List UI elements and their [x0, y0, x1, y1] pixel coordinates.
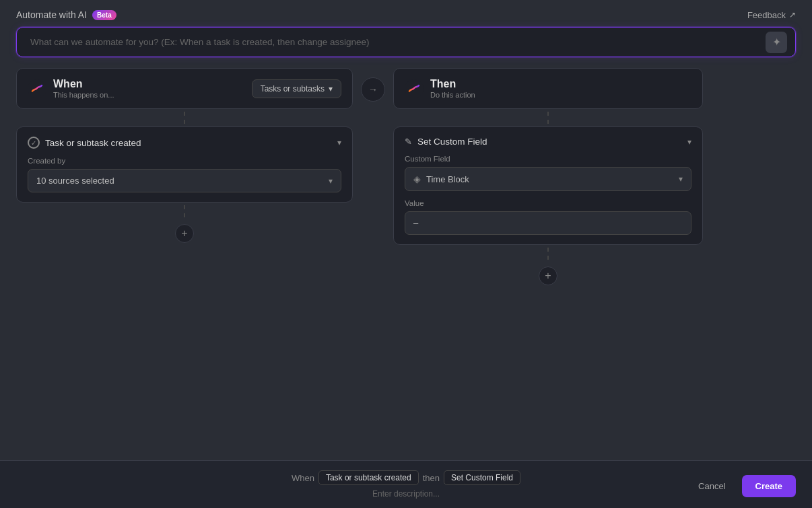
summary-trigger-tag[interactable]: Task or subtask created — [318, 470, 419, 485]
tasks-chevron-icon: ▾ — [329, 84, 333, 94]
then-panel-header-left: Then Do this action — [405, 78, 475, 99]
flow-row: When This happens on... Tasks or subtask… — [16, 68, 796, 289]
value-label: Value — [405, 199, 691, 207]
arrow-circle: → — [361, 77, 385, 102]
dotted-line-when-bottom — [16, 203, 353, 220]
app-title: Automate with AI — [16, 9, 87, 20]
summary-when-label: When — [292, 473, 314, 483]
when-add-button[interactable]: + — [175, 224, 194, 243]
trigger-chevron-icon[interactable]: ▾ — [337, 138, 341, 147]
tasks-dropdown[interactable]: Tasks or subtasks ▾ — [252, 79, 341, 98]
value-dash: – — [413, 218, 418, 228]
trigger-block-header: ✓ Task or subtask created ▾ — [28, 137, 341, 149]
when-title: When — [53, 78, 114, 90]
dotted-vertical-4 — [547, 248, 549, 260]
create-button[interactable]: Create — [742, 475, 796, 497]
dotted-line-then-bottom — [393, 245, 703, 262]
header-left: Automate with AI Beta — [16, 9, 116, 20]
summary-row: When Task or subtask created then Set Cu… — [292, 470, 520, 485]
header: Automate with AI Beta Feedback ↗ — [0, 0, 812, 27]
summary-then-label: then — [423, 473, 440, 483]
then-panel: Then Do this action ✎ Set Custom Field — [393, 68, 703, 289]
sources-text: 10 sources selected — [36, 176, 114, 186]
arrow-connector: → — [353, 68, 393, 102]
then-panel-header: Then Do this action — [393, 68, 703, 109]
then-title-group: Then Do this action — [430, 78, 475, 99]
dotted-vertical-3 — [547, 112, 549, 124]
action-block: ✎ Set Custom Field ▾ Custom Field ◈ Time… — [393, 126, 703, 245]
time-block-left: ◈ Time Block — [413, 174, 469, 184]
trigger-label: Task or subtask created — [45, 138, 141, 148]
action-block-left: ✎ Set Custom Field — [405, 137, 487, 147]
when-title-group: When This happens on... — [53, 78, 114, 99]
action-chevron-icon[interactable]: ▾ — [687, 137, 691, 147]
action-block-header: ✎ Set Custom Field ▾ — [405, 137, 691, 147]
dotted-vertical-2 — [184, 205, 185, 217]
cancel-button[interactable]: Cancel — [689, 476, 735, 497]
sources-chevron-icon: ▾ — [329, 176, 333, 186]
sources-dropdown[interactable]: 10 sources selected ▾ — [28, 169, 341, 192]
bottom-actions: Cancel Create — [689, 475, 796, 497]
plus-icon-when: + — [181, 227, 187, 240]
trigger-block-left: ✓ Task or subtask created — [28, 137, 141, 149]
arrow-right-icon: → — [368, 84, 378, 95]
check-circle-icon: ✓ — [28, 137, 40, 149]
plus-icon-then: + — [545, 270, 551, 282]
then-title: Then — [430, 78, 475, 90]
tag-icon: ◈ — [413, 174, 421, 184]
value-input-display[interactable]: – — [405, 211, 691, 235]
created-by-label: Created by — [28, 157, 341, 165]
feedback-button[interactable]: Feedback ↗ — [747, 10, 796, 20]
dotted-line-when-top — [16, 109, 353, 126]
custom-field-label: Custom Field — [405, 155, 691, 163]
feedback-label: Feedback — [747, 10, 786, 20]
sparkle-icon: ✦ — [772, 36, 781, 48]
ai-input-container: ✦ — [16, 27, 796, 57]
action-label: Set Custom Field — [417, 137, 487, 147]
when-subtitle: This happens on... — [53, 91, 114, 99]
dotted-line-then-top — [393, 109, 703, 126]
trigger-block: ✓ Task or subtask created ▾ Created by 1… — [16, 126, 353, 203]
edit-icon: ✎ — [405, 137, 412, 147]
dotted-vertical-1 — [184, 112, 185, 124]
then-subtitle: Do this action — [430, 91, 475, 99]
when-panel-header: When This happens on... Tasks or subtask… — [16, 68, 353, 109]
clickup-logo-when — [28, 79, 46, 98]
when-panel: When This happens on... Tasks or subtask… — [16, 68, 353, 247]
then-add-button[interactable]: + — [539, 266, 557, 285]
when-add-container: + — [16, 220, 353, 247]
when-panel-header-left: When This happens on... — [28, 78, 114, 99]
clickup-logo-then — [405, 79, 424, 98]
beta-badge: Beta — [92, 10, 116, 20]
then-add-container: + — [393, 262, 703, 289]
flow-canvas: When This happens on... Tasks or subtask… — [0, 68, 812, 289]
summary-action-tag[interactable]: Set Custom Field — [444, 470, 520, 485]
description-placeholder[interactable]: Enter description... — [372, 489, 440, 499]
ai-search-input[interactable] — [25, 28, 766, 57]
time-block-dropdown[interactable]: ◈ Time Block ▾ — [405, 167, 691, 191]
time-block-chevron-icon: ▾ — [679, 174, 683, 184]
external-link-icon: ↗ — [789, 10, 796, 20]
tasks-dropdown-label: Tasks or subtasks — [261, 84, 325, 94]
ai-icon-button[interactable]: ✦ — [766, 32, 787, 53]
time-block-text: Time Block — [426, 174, 469, 184]
